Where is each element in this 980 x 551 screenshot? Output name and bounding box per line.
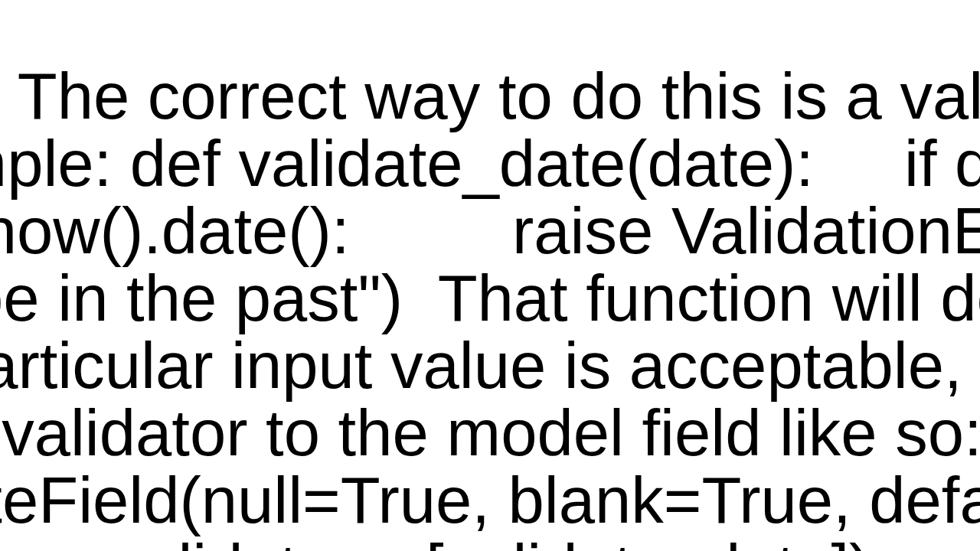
answer-line-5: particular input value is acceptable, th [0,329,980,402]
answer-text-block: 1: The correct way to do this is a valid… [0,0,980,551]
answer-line-7: ateField(null=True, blank=True, defau [0,464,980,536]
answer-line-8: validators=[validate_date]) [109,531,871,551]
answer-line-4: be in the past") That function will det [0,262,980,334]
answer-line-6: e validator to the model field like so: … [0,396,980,469]
cropped-text-viewport: 1: The correct way to do this is a valid… [0,0,980,551]
answer-line-3: .now().date(): raise ValidationEr [0,194,980,267]
answer-line-1: 1: The correct way to do this is a valid [0,60,980,132]
answer-line-2: mple: def validate_date(date): if da [0,127,980,200]
